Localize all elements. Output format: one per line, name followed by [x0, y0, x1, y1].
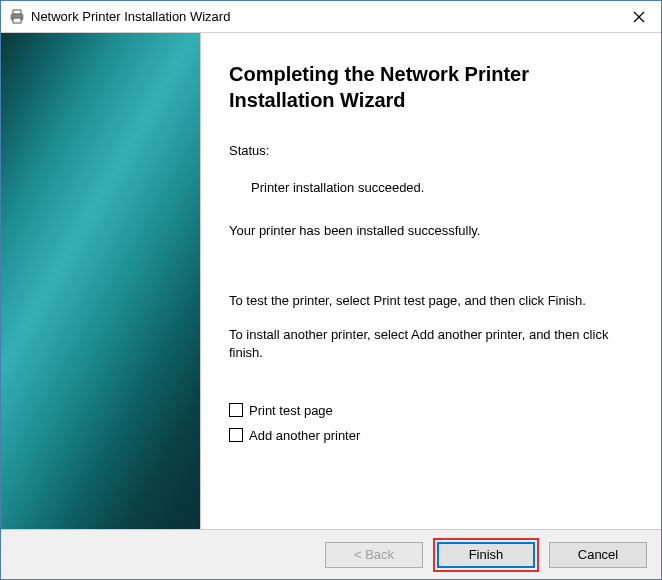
titlebar: Network Printer Installation Wizard	[1, 1, 661, 33]
checkbox-box-icon	[229, 403, 243, 417]
wizard-window: Network Printer Installation Wizard Comp…	[0, 0, 662, 580]
content-pane: Completing the Network Printer Installat…	[201, 33, 661, 529]
checkbox-label: Print test page	[249, 403, 333, 418]
print-test-page-checkbox[interactable]: Print test page	[229, 403, 633, 418]
window-title: Network Printer Installation Wizard	[31, 9, 617, 24]
svg-rect-2	[13, 18, 21, 23]
page-heading: Completing the Network Printer Installat…	[229, 61, 633, 113]
status-label: Status:	[229, 143, 633, 158]
sidebar-graphic	[1, 33, 201, 529]
printer-icon	[9, 9, 25, 25]
back-button: < Back	[325, 542, 423, 568]
cancel-button[interactable]: Cancel	[549, 542, 647, 568]
svg-point-3	[20, 15, 22, 17]
wizard-body: Completing the Network Printer Installat…	[1, 33, 661, 529]
status-message: Printer installation succeeded.	[251, 180, 633, 195]
button-bar: < Back Finish Cancel	[1, 529, 661, 579]
finish-highlight: Finish	[433, 538, 539, 572]
svg-rect-0	[13, 10, 21, 14]
checkbox-box-icon	[229, 428, 243, 442]
add-another-printer-checkbox[interactable]: Add another printer	[229, 428, 633, 443]
instruction-test: To test the printer, select Print test p…	[229, 292, 633, 310]
close-button[interactable]	[617, 2, 661, 32]
instruction-add: To install another printer, select Add a…	[229, 326, 633, 362]
finish-button[interactable]: Finish	[437, 542, 535, 568]
checkbox-label: Add another printer	[249, 428, 360, 443]
success-text: Your printer has been installed successf…	[229, 223, 633, 238]
